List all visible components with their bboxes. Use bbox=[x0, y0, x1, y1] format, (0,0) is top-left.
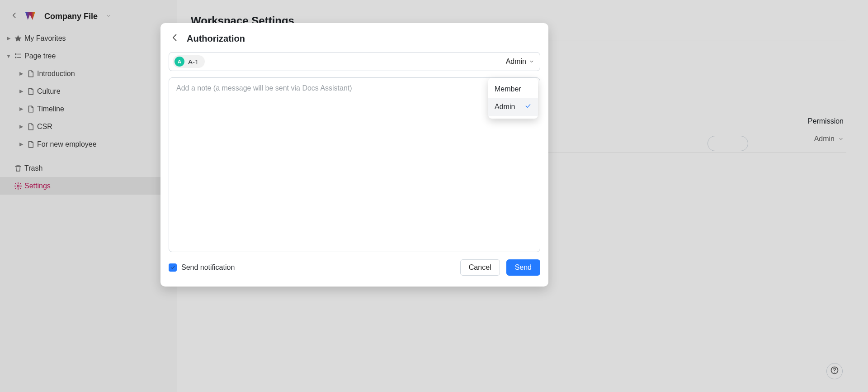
chevron-down-icon bbox=[838, 136, 844, 142]
recipient-bar[interactable]: A A-1 Admin bbox=[169, 52, 540, 71]
sidebar-page-item[interactable]: ▶CSR bbox=[13, 118, 177, 135]
trash-icon bbox=[13, 164, 24, 172]
sidebar-item-label: Introduction bbox=[37, 70, 75, 78]
pagetree-children: ▶Introduction▶Culture▶Timeline▶CSR▶For n… bbox=[0, 65, 177, 153]
sidebar-item-label: Trash bbox=[24, 164, 42, 172]
caret-right-icon: ▶ bbox=[17, 141, 25, 147]
star-icon bbox=[13, 34, 24, 43]
caret-right-icon: ▶ bbox=[5, 35, 13, 41]
role-option[interactable]: Member bbox=[488, 81, 538, 98]
caret-down-icon: ▼ bbox=[5, 53, 13, 59]
search-pill[interactable] bbox=[708, 136, 748, 151]
svg-rect-2 bbox=[15, 57, 16, 58]
cancel-button[interactable]: Cancel bbox=[460, 259, 500, 276]
help-icon bbox=[830, 366, 839, 377]
help-button[interactable] bbox=[826, 363, 843, 379]
notify-label: Send notification bbox=[181, 263, 235, 272]
authorization-modal: Authorization A A-1 Admin Send notificat… bbox=[160, 23, 548, 287]
send-button[interactable]: Send bbox=[506, 259, 540, 276]
tree-icon bbox=[13, 52, 24, 60]
sidebar-item-label: Timeline bbox=[37, 105, 64, 113]
role-option[interactable]: Admin bbox=[488, 98, 538, 116]
avatar: A bbox=[175, 57, 184, 67]
caret-right-icon: ▶ bbox=[17, 71, 25, 76]
recipient-name: A-1 bbox=[188, 58, 198, 66]
chevron-down-icon bbox=[529, 59, 534, 64]
sidebar-page-item[interactable]: ▶Introduction bbox=[13, 65, 177, 82]
role-option-label: Member bbox=[495, 85, 521, 93]
gear-icon bbox=[13, 182, 24, 190]
modal-back-icon[interactable] bbox=[170, 33, 179, 44]
chevron-down-icon bbox=[106, 12, 111, 20]
workspace-name: Company File bbox=[44, 12, 98, 21]
page-icon bbox=[25, 70, 36, 78]
svg-rect-1 bbox=[15, 53, 16, 55]
permission-role[interactable]: Admin bbox=[814, 135, 844, 143]
send-notification-toggle[interactable]: Send notification bbox=[169, 263, 235, 272]
sidebar-item-label: Settings bbox=[24, 182, 51, 190]
sidebar-pagetree[interactable]: ▼ Page tree bbox=[0, 47, 177, 65]
page-icon bbox=[25, 140, 36, 148]
page-icon bbox=[25, 123, 36, 131]
sidebar-item-label: My Favorites bbox=[24, 34, 66, 43]
role-dropdown-trigger[interactable]: Admin bbox=[506, 57, 534, 66]
role-dropdown: MemberAdmin bbox=[488, 78, 538, 119]
role-option-label: Admin bbox=[495, 103, 515, 111]
check-icon bbox=[524, 102, 532, 111]
sidebar: Company File ▶ My Favorites ▼ Page tree bbox=[0, 0, 177, 392]
recipient-chip[interactable]: A A-1 bbox=[173, 55, 205, 68]
workspace-selector[interactable]: Company File bbox=[0, 0, 177, 27]
sidebar-favorites[interactable]: ▶ My Favorites bbox=[0, 29, 177, 47]
page-icon bbox=[25, 87, 36, 96]
caret-right-icon: ▶ bbox=[17, 124, 25, 129]
page-icon bbox=[25, 105, 36, 113]
caret-right-icon: ▶ bbox=[17, 106, 25, 112]
sidebar-item-label: For new employee bbox=[37, 140, 97, 148]
logo-icon bbox=[24, 11, 38, 21]
sidebar-page-item[interactable]: ▶Culture bbox=[13, 82, 177, 100]
modal-title: Authorization bbox=[187, 33, 245, 44]
svg-marker-0 bbox=[15, 35, 22, 41]
sidebar-settings[interactable]: Settings bbox=[0, 177, 177, 195]
sidebar-item-label: CSR bbox=[37, 123, 52, 131]
sidebar-trash[interactable]: Trash bbox=[0, 159, 177, 177]
sidebar-page-item[interactable]: ▶Timeline bbox=[13, 100, 177, 118]
note-input[interactable] bbox=[169, 78, 540, 252]
svg-point-7 bbox=[834, 372, 835, 373]
sidebar-page-item[interactable]: ▶For new employee bbox=[13, 135, 177, 153]
back-icon[interactable] bbox=[11, 12, 18, 21]
svg-point-5 bbox=[17, 185, 19, 187]
sidebar-item-label: Culture bbox=[37, 87, 61, 96]
checkbox-checked-icon bbox=[169, 263, 177, 272]
sidebar-item-label: Page tree bbox=[24, 52, 56, 60]
note-field bbox=[169, 77, 540, 252]
caret-right-icon: ▶ bbox=[17, 88, 25, 94]
